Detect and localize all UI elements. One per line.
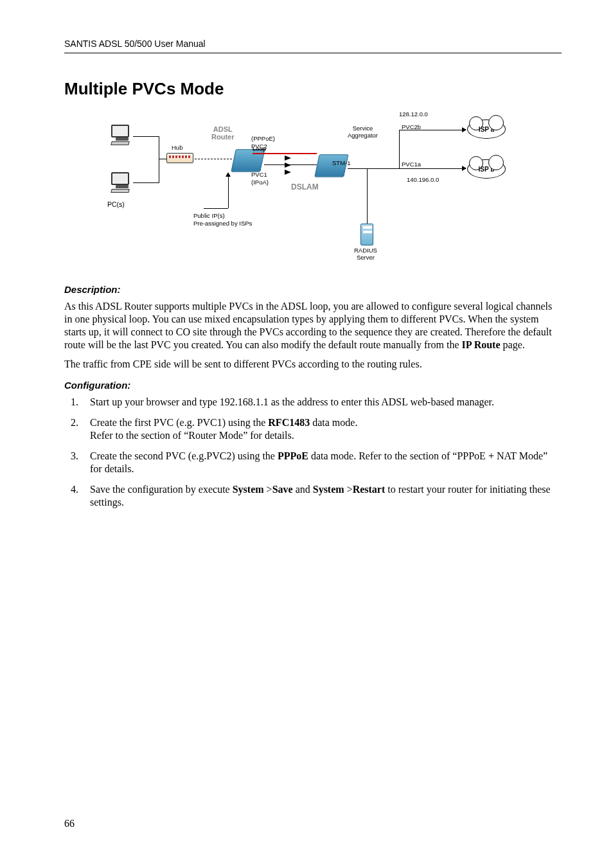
hub-icon: [166, 153, 193, 163]
diagram-container: PC(s) Hub ADSL Router (PPPoE) PVC2 Loop: [64, 111, 562, 265]
public-ip-label-2: Pre-assigned by ISPs: [193, 220, 252, 227]
pvc2b-label: PVC2b: [402, 123, 421, 130]
radius-label: RADIUS Server: [354, 247, 377, 261]
ip-top-label: 128.12.0.0: [399, 111, 428, 118]
isp-a-label: ISP a: [479, 126, 494, 133]
configuration-heading: Configuration:: [64, 380, 562, 391]
description-paragraph-1: As this ADSL Router supports multiple PV…: [64, 300, 562, 351]
pppoe-label: (PPPoE): [251, 135, 275, 142]
configuration-steps: Start up your browser and type 192.168.1…: [64, 396, 562, 509]
adsl-router-label: ADSL Router: [211, 126, 234, 141]
ip-bot-label: 140.196.0.0: [407, 176, 439, 183]
step-2: Create the first PVC (e.g. PVC1) using t…: [81, 416, 562, 442]
pc-icon: [111, 172, 133, 191]
hub-label: Hub: [172, 144, 182, 151]
cloud-isp-a: ISP a: [467, 120, 506, 139]
description-paragraph-2: The traffic from CPE side will be sent t…: [64, 358, 562, 371]
pcs-label: PC(s): [107, 200, 125, 208]
step-1: Start up your browser and type 192.168.1…: [81, 396, 562, 409]
service-aggregator-label: Service Aggregator: [348, 125, 378, 139]
section-title: Multiple PVCs Mode: [64, 79, 562, 99]
step-4: Save the configuration by execute System…: [81, 483, 562, 509]
page-number: 66: [64, 818, 75, 829]
public-ip-label-1: Public IP(s): [193, 212, 225, 219]
pc-icon: [111, 125, 133, 144]
step-3: Create the second PVC (e.g.PVC2) using t…: [81, 450, 562, 475]
pvc1-label: PVC1: [251, 171, 267, 178]
cloud-isp-b: ISP b: [467, 159, 506, 179]
network-diagram: PC(s) Hub ADSL Router (PPPoE) PVC2 Loop: [107, 111, 519, 265]
page-header: SANTIS ADSL 50/500 User Manual: [64, 39, 562, 53]
description-heading: Description:: [64, 284, 562, 295]
server-icon: [360, 224, 373, 245]
ipoa-label: (IPoA): [251, 179, 269, 186]
header-title: SANTIS ADSL 50/500 User Manual: [64, 39, 206, 49]
loop-label: Loop: [253, 145, 266, 152]
stm1-label: STM-1: [332, 159, 351, 166]
pvc1a-label: PVC1a: [402, 161, 421, 168]
dslam-label: DSLAM: [291, 182, 319, 191]
isp-b-label: ISP b: [479, 166, 495, 173]
